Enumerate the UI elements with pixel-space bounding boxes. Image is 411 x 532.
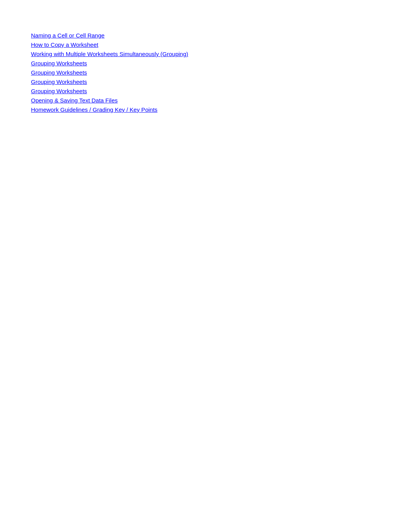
link-working-multiple[interactable]: Working with Multiple Worksheets Simulta…	[31, 49, 188, 59]
link-homework-guidelines[interactable]: Homework Guidelines / Grading Key / Key …	[31, 105, 188, 114]
link-list: Naming a Cell or Cell RangeHow to Copy a…	[31, 31, 188, 114]
link-grouping-1[interactable]: Grouping Worksheets	[31, 59, 188, 68]
link-opening-saving[interactable]: Opening & Saving Text Data Files	[31, 96, 188, 105]
link-grouping-4[interactable]: Grouping Worksheets	[31, 87, 188, 96]
link-grouping-2[interactable]: Grouping Worksheets	[31, 68, 188, 77]
link-naming-cell[interactable]: Naming a Cell or Cell Range	[31, 31, 188, 40]
link-grouping-3[interactable]: Grouping Worksheets	[31, 77, 188, 87]
link-copy-worksheet[interactable]: How to Copy a Worksheet	[31, 40, 188, 49]
